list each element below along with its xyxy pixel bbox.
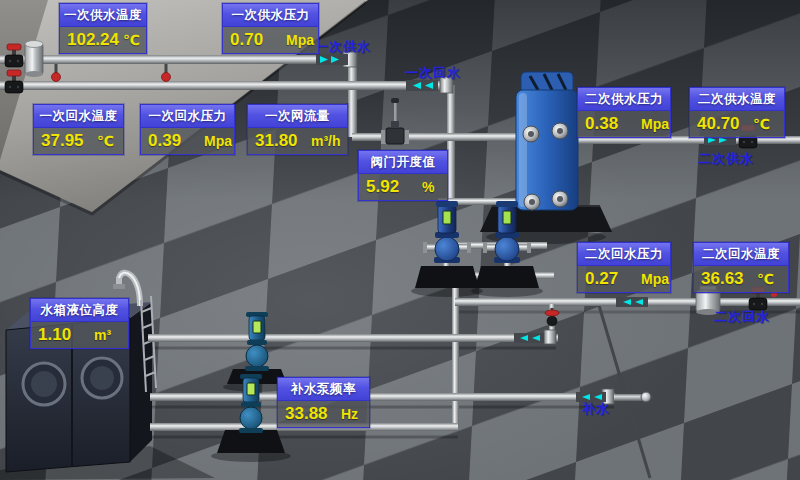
label-value: 0.38Mpa [578,111,670,137]
label-secondary-return-pressure[interactable]: 二次回水压力 0.27Mpa [577,242,671,293]
label-primary-net-flow[interactable]: 一次网流量 31.80m³/h [247,104,348,155]
label-title: 一次回水压力 [141,105,234,128]
label-value: 5.92% [359,174,447,200]
label-value: 40.70℃ [690,111,784,137]
label-title: 阀门开度值 [359,151,447,174]
makeup-pump-2[interactable] [239,374,263,433]
pipe-tag-secondary-return: 二次回水 [714,308,770,326]
label-value: 0.70Mpa [223,27,318,53]
pipe-tag-primary-return: 一次回水 [405,64,461,82]
label-primary-supply-pressure[interactable]: 一次供水压力 0.70Mpa [222,3,319,54]
label-primary-return-temp[interactable]: 一次回水温度 37.95℃ [33,104,124,155]
label-value: 31.80m³/h [248,128,347,154]
label-value: 33.88Hz [278,401,369,427]
hx-port [552,123,568,139]
label-title: 一次供水压力 [223,4,318,27]
pipe-tag-primary-supply: 一次供水 [315,38,371,56]
label-title: 二次回水压力 [578,243,670,266]
label-tank-level[interactable]: 水箱液位高度 1.10m³ [30,298,129,349]
label-secondary-return-temp[interactable]: 二次回水温度 36.63℃ [693,242,789,293]
tank-outlet-pipe [148,334,558,342]
shutoff-valve[interactable] [5,44,23,67]
primary-hx-pipe [352,133,538,141]
makeup-water-pipe [150,393,615,401]
scada-heat-station-screen: 一次供水温度 102.24℃ 一次供水压力 0.70Mpa 一次回水温度 37.… [0,0,800,480]
label-makeup-pump-frequency[interactable]: 补水泵频率 33.88Hz [277,377,370,428]
label-title: 一次网流量 [248,105,347,128]
pipe-tag-secondary-supply: 二次供水 [698,150,754,168]
label-title: 一次回水温度 [34,105,123,128]
makeup-pump-1[interactable] [245,312,269,371]
hx-port [523,126,539,142]
hx-port [524,194,540,210]
label-primary-supply-temp[interactable]: 一次供水温度 102.24℃ [59,3,147,54]
primary-return-pipe [0,81,448,90]
label-value: 37.95℃ [34,128,123,154]
label-title: 二次供水压力 [578,88,670,111]
label-title: 补水泵频率 [278,378,369,401]
label-valve-opening[interactable]: 阀门开度值 5.92% [358,150,448,201]
shutoff-valve[interactable] [5,70,23,93]
primary-supply-pipe [0,55,352,64]
pump-base [475,266,539,288]
pump-base [217,430,285,453]
label-value: 36.63℃ [694,266,788,292]
label-title: 一次供水温度 [60,4,146,27]
pipe-tag-makeup-water: 补水 [582,400,610,418]
label-secondary-supply-temp[interactable]: 二次供水温度 40.70℃ [689,87,785,138]
label-title: 水箱液位高度 [31,299,128,322]
label-title: 二次供水温度 [690,88,784,111]
label-primary-return-pressure[interactable]: 一次回水压力 0.39Mpa [140,104,235,155]
strainer [25,41,43,78]
plant-scene [0,0,800,480]
label-title: 二次回水温度 [694,243,788,266]
pump-base [415,266,479,288]
label-value: 0.39Mpa [141,128,234,154]
hx-port [552,191,568,207]
label-value: 102.24℃ [60,27,146,53]
label-secondary-supply-pressure[interactable]: 二次供水压力 0.38Mpa [577,87,671,138]
label-value: 0.27Mpa [578,266,670,292]
label-value: 1.10m³ [31,322,128,348]
